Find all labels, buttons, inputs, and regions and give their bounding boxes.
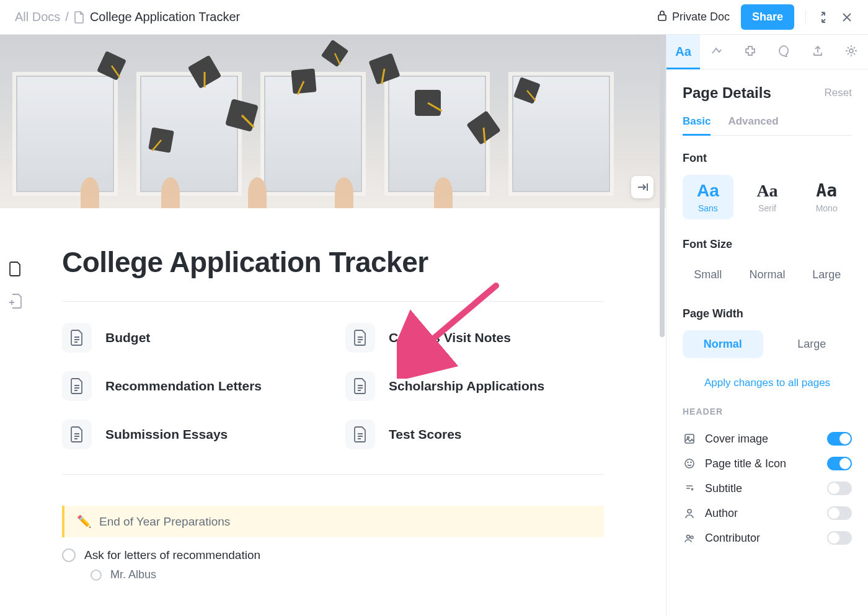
add-block-icon[interactable] — [9, 293, 22, 312]
smile-icon — [683, 458, 696, 469]
subpage-label: Submission Essays — [105, 427, 228, 442]
tab-relationships[interactable] — [700, 35, 733, 69]
header-row-cover: Cover image — [683, 426, 852, 451]
size-option-normal[interactable]: Normal — [742, 261, 793, 289]
toggle-contributor[interactable] — [827, 531, 852, 545]
topbar-actions: Private Doc Share — [657, 4, 853, 30]
subtask-label: Mr. Albus — [110, 568, 156, 581]
header-row-contributor: Contributor — [683, 526, 852, 550]
subpage-link-budget[interactable]: Budget — [62, 323, 321, 353]
checkbox-icon[interactable] — [91, 570, 102, 581]
subtab-advanced[interactable]: Advanced — [728, 115, 778, 135]
subpage-link-campus-visit[interactable]: Campus Visit Notes — [345, 323, 604, 353]
subtab-basic[interactable]: Basic — [683, 115, 711, 135]
callout-block[interactable]: ✏️ End of Year Preparations — [62, 506, 604, 537]
header-row-label: Author — [705, 507, 818, 520]
document-area: College Application Tracker Budget Campu… — [0, 35, 666, 616]
toggle-author[interactable] — [827, 506, 852, 520]
svg-rect-3 — [685, 434, 694, 443]
document-icon — [345, 371, 375, 401]
panel-title: Page Details — [683, 84, 771, 102]
cover-illustration — [0, 35, 666, 208]
image-icon — [683, 433, 696, 444]
toggle-title-icon[interactable] — [827, 457, 852, 470]
subpage-label: Campus Visit Notes — [389, 330, 511, 345]
task-item[interactable]: Ask for letters of recommendation — [62, 548, 604, 562]
reset-button[interactable]: Reset — [825, 87, 852, 99]
size-option-small[interactable]: Small — [683, 261, 733, 289]
font-sample: Aa — [816, 180, 837, 201]
font-size-label: Font Size — [683, 238, 852, 251]
cover-collapse-button[interactable] — [631, 176, 653, 198]
font-option-mono[interactable]: Aa Mono — [801, 175, 852, 219]
export-icon — [812, 45, 824, 59]
privacy-indicator[interactable]: Private Doc — [657, 10, 730, 24]
horizontal-rule — [62, 301, 604, 302]
font-option-label: Mono — [801, 203, 852, 213]
subtask-item[interactable]: Mr. Albus — [91, 568, 604, 581]
size-option-large[interactable]: Large — [801, 261, 852, 289]
subpage-link-recommendation[interactable]: Recommendation Letters — [62, 371, 321, 401]
header-row-author: Author — [683, 501, 852, 526]
document-icon — [345, 420, 375, 449]
subpage-link-scholarship[interactable]: Scholarship Applications — [345, 371, 604, 401]
panel-tabstrip: Aa — [666, 35, 868, 69]
task-label: Ask for letters of recommendation — [84, 548, 260, 562]
tab-typography[interactable]: Aa — [666, 35, 700, 69]
breadcrumb-separator: / — [65, 10, 69, 24]
checkbox-icon[interactable] — [62, 548, 76, 562]
puzzle-icon — [744, 45, 756, 59]
font-option-sans[interactable]: Aa Sans — [683, 175, 733, 219]
apply-all-link[interactable]: Apply changes to all pages — [683, 377, 852, 389]
header-row-subtitle: Subtitle — [683, 476, 852, 501]
callout-text: End of Year Preparations — [99, 515, 230, 529]
pencil-icon: ✏️ — [77, 514, 92, 529]
cover-image[interactable] — [0, 35, 666, 208]
font-size-options: Small Normal Large — [683, 261, 852, 289]
gear-icon — [845, 45, 857, 59]
document-icon — [62, 371, 92, 401]
svg-point-2 — [849, 49, 853, 53]
subpage-link-essays[interactable]: Submission Essays — [62, 420, 321, 449]
subpage-link-scores[interactable]: Test Scores — [345, 420, 604, 449]
toggle-cover[interactable] — [827, 432, 852, 446]
toggle-subtitle[interactable] — [827, 482, 852, 495]
font-option-label: Serif — [742, 203, 793, 213]
document-icon — [62, 420, 92, 449]
breadcrumb: All Docs / College Application Tracker — [15, 10, 240, 24]
width-option-large[interactable]: Large — [772, 330, 852, 358]
tab-plugins[interactable] — [733, 35, 767, 69]
breadcrumb-title[interactable]: College Application Tracker — [90, 10, 240, 24]
divider — [805, 10, 806, 25]
share-button[interactable]: Share — [741, 4, 794, 30]
tab-export[interactable] — [801, 35, 835, 69]
svg-rect-0 — [658, 15, 666, 20]
people-icon — [683, 532, 696, 543]
font-option-serif[interactable]: Aa Serif — [742, 175, 793, 219]
document-content: College Application Tracker Budget Campu… — [0, 208, 666, 606]
typography-icon: Aa — [675, 45, 691, 59]
subpage-label: Budget — [105, 330, 150, 345]
page-settings-icon[interactable] — [9, 261, 22, 279]
font-options: Aa Sans Aa Serif Aa Mono — [683, 175, 852, 219]
font-option-label: Sans — [683, 203, 733, 213]
collapse-icon[interactable] — [817, 11, 830, 24]
page-title[interactable]: College Application Tracker — [62, 245, 604, 279]
font-sample: Aa — [756, 181, 777, 200]
svg-point-8 — [688, 509, 691, 513]
tab-comments[interactable] — [768, 35, 801, 69]
subpage-label: Recommendation Letters — [105, 379, 262, 394]
document-icon — [74, 11, 85, 24]
width-option-normal[interactable]: Normal — [683, 330, 763, 358]
header-row-label: Contributor — [705, 532, 818, 545]
close-icon[interactable] — [841, 11, 853, 24]
document-icon — [62, 323, 92, 353]
subpage-label: Scholarship Applications — [389, 379, 544, 394]
doc-gutter — [9, 261, 22, 312]
svg-point-7 — [691, 462, 691, 463]
breadcrumb-root[interactable]: All Docs — [15, 10, 60, 24]
subpage-label: Test Scores — [389, 427, 462, 442]
page-details-panel: Aa Page Details Reset Basic Advanced Fon… — [666, 35, 868, 616]
top-bar: All Docs / College Application Tracker P… — [0, 0, 868, 35]
tab-settings[interactable] — [835, 35, 868, 69]
